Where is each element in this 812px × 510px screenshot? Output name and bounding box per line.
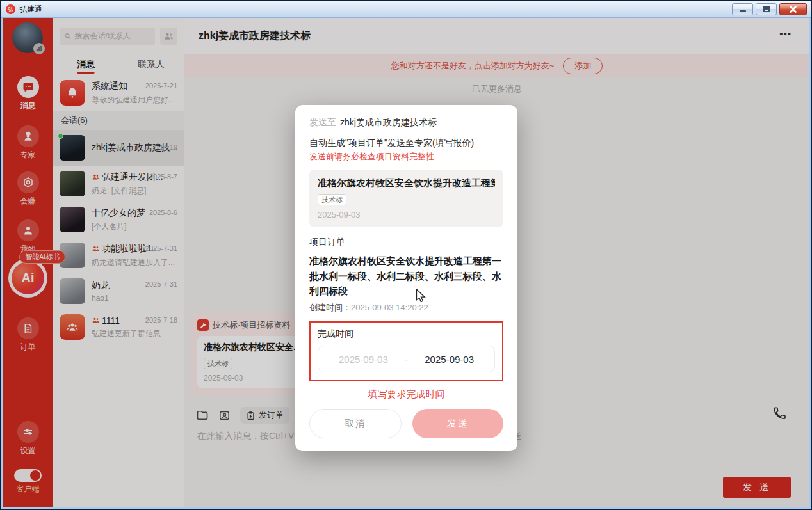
minimize-icon (740, 10, 746, 12)
send-to-label: 发送至 (309, 117, 336, 127)
dialog-warning: 发送前请务必检查项目资料完整性 (309, 151, 503, 163)
close-icon (790, 6, 797, 13)
title-bar[interactable]: 弘 弘建通 (1, 1, 811, 18)
finish-time-helper-text: 填写要求完成时间 (309, 388, 503, 401)
order-title: 准格尔旗农村牧区安全饮水提升改造工程第一批水利一标段、水利二标段、水利三标段、水… (309, 253, 503, 298)
project-title: 准格尔旗农村牧区安全饮水提升改造工程第一... (318, 177, 495, 189)
project-summary-card[interactable]: 准格尔旗农村牧区安全饮水提升改造工程第一... 技术标 2025-09-03 (309, 170, 503, 227)
start-date-value[interactable]: 2025-09-03 (339, 354, 388, 365)
mouse-cursor (416, 289, 427, 304)
finish-time-label: 完成时间 (318, 328, 495, 340)
cancel-button[interactable]: 取消 (309, 409, 402, 438)
date-separator: - (405, 354, 408, 365)
end-date-value[interactable]: 2025-09-03 (425, 354, 474, 365)
send-order-dialog: 发送至zhkj姜成市政房建技术标 自动生成"项目订单"发送至专家(填写报价) 发… (295, 105, 517, 451)
project-date: 2025-09-03 (318, 210, 495, 219)
tech-bid-tag: 技术标 (318, 194, 346, 205)
date-range-input[interactable]: 2025-09-03 - 2025-09-03 (318, 346, 495, 372)
app-window: 弘 弘建通 消息 (0, 0, 812, 510)
close-button[interactable] (779, 3, 807, 15)
dialog-send-button[interactable]: 发送 (412, 409, 503, 438)
window-title: 弘建通 (19, 4, 42, 15)
finish-time-highlight-box: 完成时间 2025-09-03 - 2025-09-03 (309, 321, 503, 381)
restore-icon (763, 6, 770, 12)
app-logo-icon: 弘 (6, 4, 15, 14)
created-time-value: 2025-09-03 14:20:22 (351, 303, 428, 312)
dialog-description: 自动生成"项目订单"发送至专家(填写报价) (309, 138, 503, 149)
created-time-label: 创建时间： (309, 303, 351, 312)
order-section-label: 项目订单 (309, 237, 503, 248)
minimize-button[interactable] (732, 3, 753, 15)
send-to-name: zhkj姜成市政房建技术标 (340, 117, 437, 127)
maximize-button[interactable] (756, 3, 777, 15)
